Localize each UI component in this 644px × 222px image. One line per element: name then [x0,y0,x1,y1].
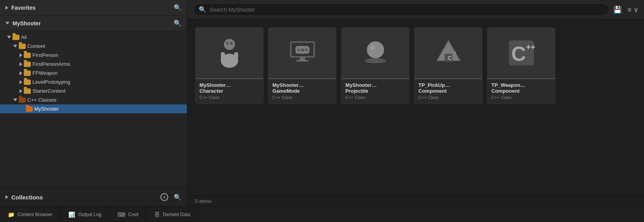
svg-rect-2 [221,52,225,63]
asset-type-projectile: C++ Class [345,95,405,100]
svg-point-11 [305,49,308,51]
svg-point-5 [226,42,229,45]
filter-icon[interactable]: ≡ ∨ [627,5,639,14]
collections-header: Collections + 🔍 [0,188,187,206]
myshooter-search-icon[interactable]: 🔍 [174,19,181,27]
content-area: 🔍 💾 ≡ ∨ [187,0,644,206]
tree-label-myshooter: MyShooter [34,106,59,112]
asset-card-weapon[interactable]: C + + TP_Weapon…Component C++ Class [487,27,555,104]
tab-output-log[interactable]: 📊 Output Log [60,207,109,222]
asset-card-projectile[interactable]: MyShooter…Projectile C++ Class [341,27,409,104]
svg-rect-3 [234,52,238,63]
bottom-bar: 📁 Content Browser 📊 Output Log ⌨ Cmd 🗄 D… [0,206,644,222]
asset-card-pickup[interactable]: C + TP_PickUp…Component C++ Class [414,27,482,104]
levelprototyping-folder-icon [24,79,31,85]
asset-thumb-pickup: C + [415,28,482,78]
output-log-icon: 📊 [68,211,75,218]
search-bar: 🔍 💾 ≡ ∨ [187,0,644,19]
tree-item-fpweapon[interactable]: FPWeapon [0,69,187,78]
collections-section: Collections + 🔍 [0,187,187,206]
asset-type-gamemode: C++ Class [272,95,332,100]
tree-item-myshooter[interactable]: MyShooter [0,104,187,113]
asset-name-weapon: TP_Weapon…Component [491,82,551,94]
collections-chevron-icon [5,195,8,199]
asset-type-pickup: C++ Class [418,95,478,100]
svg-text:+: + [526,43,531,51]
tree-label-all: All [21,34,27,40]
content-folder-icon [19,44,26,49]
search-icon: 🔍 [199,6,206,13]
asset-name-character: MyShooter…Character [199,82,259,94]
tree-item-content[interactable]: Content [0,42,187,51]
tree-area: All Content FirstPerson [0,31,187,187]
tree-label-content: Content [27,43,45,49]
startercontent-folder-icon [24,88,31,94]
search-input[interactable] [210,7,603,13]
asset-grid: MyShooter…Character C++ Class [187,19,644,196]
tree-label-cppclasses: C++ Classes [27,97,56,103]
tab-cmd[interactable]: ⌨ Cmd [110,207,146,222]
svg-point-10 [297,49,300,51]
content-browser-icon: 📁 [8,211,14,218]
asset-name-pickup: TP_PickUp…Component [418,82,478,94]
tab-derived-data[interactable]: 🗄 Derived Data [146,207,198,222]
levelprototyping-chevron-icon [20,80,22,84]
asset-card-gamemode[interactable]: MyShooter…GameMode C++ Class [268,27,336,104]
myshooter-section[interactable]: MyShooter 🔍 [0,16,187,31]
asset-type-weapon: C++ Class [491,95,551,100]
svg-point-16 [367,41,384,58]
fpweapon-folder-icon [24,70,31,76]
tree-label-levelprototyping: LevelPrototyping [32,79,70,85]
tree-item-levelprototyping[interactable]: LevelPrototyping [0,78,187,86]
tree-item-startercontent[interactable]: StarterContent [0,86,187,95]
svg-rect-15 [296,60,309,62]
all-chevron-icon [7,36,11,39]
tree-label-startercontent: StarterContent [32,88,66,94]
tree-item-all[interactable]: All [0,33,187,42]
add-collection-button[interactable]: + [160,193,168,201]
myshooter-label: MyShooter [12,20,41,26]
all-folder-icon [12,35,20,40]
cmd-icon: ⌨ [117,211,125,218]
favorites-search-icon[interactable]: 🔍 [174,4,181,11]
tab-label-cmd: Cmd [128,212,138,217]
status-bar: 5 items [187,196,644,206]
startercontent-chevron-icon [20,89,22,93]
asset-name-projectile: MyShooter…Projectile [345,82,405,94]
tab-content-browser[interactable]: 📁 Content Browser [0,207,60,222]
svg-text:C: C [448,55,452,61]
svg-rect-19 [365,60,386,62]
search-input-wrapper[interactable]: 🔍 [193,3,609,16]
asset-card-character[interactable]: MyShooter…Character C++ Class [195,27,263,104]
favorites-label: Favorites [11,5,36,11]
asset-thumb-projectile [342,28,409,78]
item-count: 5 items [195,198,212,204]
myshooter-chevron-icon [5,22,9,25]
cppclasses-chevron-icon [13,99,17,101]
firstperson-folder-icon [24,53,31,58]
asset-type-character: C++ Class [199,95,259,100]
svg-point-17 [370,45,375,50]
svg-text:+: + [531,43,535,51]
favorites-section[interactable]: Favorites 🔍 [0,0,187,16]
favorites-chevron-icon [5,6,8,10]
asset-name-gamemode: MyShooter…GameMode [272,82,332,94]
save-filter-icon[interactable]: 💾 [613,5,622,14]
fpweapon-chevron-icon [20,71,22,75]
firstpersonarms-folder-icon [24,62,31,67]
asset-thumb-character [196,28,263,78]
cppclasses-folder-icon [19,97,26,103]
tab-label-output-log: Output Log [78,212,101,217]
svg-point-4 [224,39,235,50]
tree-label-firstpersonarms: FirstPersonArms [32,61,70,67]
sidebar: Favorites 🔍 MyShooter 🔍 All [0,0,187,206]
tab-label-derived-data: Derived Data [163,212,190,217]
collections-search-icon[interactable]: 🔍 [174,194,181,201]
content-chevron-icon [13,45,17,48]
tree-item-firstperson[interactable]: FirstPerson [0,51,187,60]
asset-thumb-gamemode [269,28,336,78]
firstperson-chevron-icon [20,53,22,57]
tree-item-firstpersonarms[interactable]: FirstPersonArms [0,60,187,69]
svg-text:C: C [511,42,526,65]
tree-item-cppclasses[interactable]: C++ Classes [0,95,187,104]
